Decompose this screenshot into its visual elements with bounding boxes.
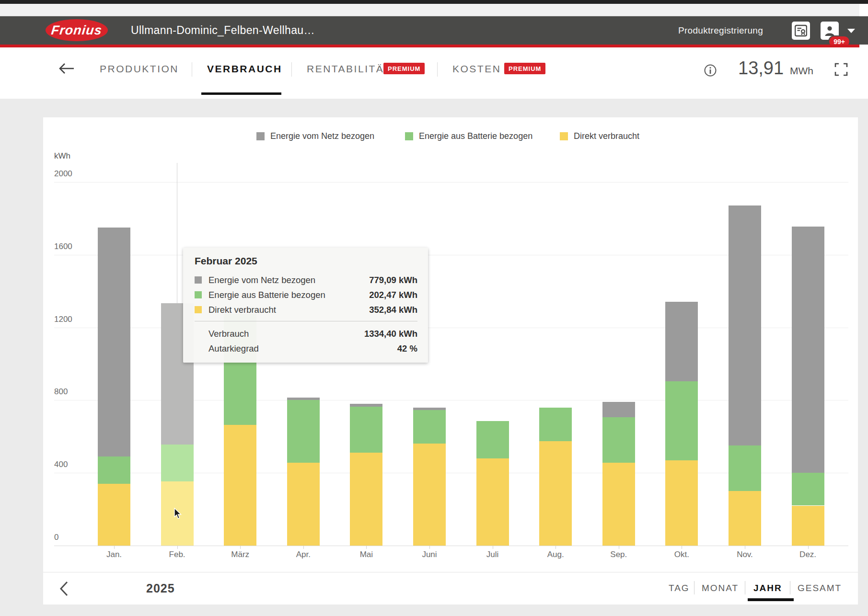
range-tab-tag[interactable]: TAG [669,583,690,593]
tooltip-swatch-green [195,291,202,298]
legend-swatch-yellow [560,132,568,140]
x-tick [493,546,493,549]
product-registration-link[interactable]: Produktregistrierung [678,16,763,45]
bar-Nov-direkt[interactable] [729,491,761,546]
premium-badge-rentabilitaet: PREMIUM [383,63,425,74]
legend-item-netz: Energie vom Netz bezogen [256,131,374,141]
tab-rentabilitaet[interactable]: RENTABILITÄT [307,63,392,75]
fronius-solarweb-app: Fronius Ullmann-Dominic_Felben-Wellhau… … [0,0,868,616]
tooltip-row-value: 779,09 kWh [369,275,417,285]
bar-Mai-energie[interactable] [350,404,382,407]
x-axis-label-Aug: Aug. [536,550,575,559]
bar-Mai-direkt[interactable] [350,453,382,546]
bar-Feb-energie[interactable] [161,445,194,481]
bar-Mai-energie[interactable] [350,407,382,453]
range-separator [790,581,790,594]
range-separator [745,581,745,594]
tooltip-row-label: Energie aus Batterie bezogen [208,290,369,300]
total-consumption-unit: MWh [790,65,813,77]
bar-Juli-energie[interactable] [476,421,509,458]
range-tab-gesamt[interactable]: GESAMT [798,583,842,593]
legend-label: Energie aus Batterie bezogen [419,131,532,141]
certificate-icon [795,24,807,37]
fullscreen-button[interactable] [834,62,848,79]
bar-Juni-energie[interactable] [413,410,446,444]
total-consumption-value: 13,91 [738,58,784,79]
tooltip-summary-value: 42 % [397,343,417,354]
tooltip-summary-label: Autarkiegrad [208,343,397,354]
previous-period-button[interactable] [58,581,69,599]
bar-Jan-direkt[interactable] [98,484,130,546]
tooltip-row-value: 352,84 kWh [369,305,417,315]
x-tick [429,546,430,549]
info-icon [704,64,717,77]
bar-Juni-energie[interactable] [413,408,446,411]
bar-Dez-energie[interactable] [792,473,824,505]
bar-Sep-direkt[interactable] [602,463,635,546]
bar-Jan-energie[interactable] [98,456,130,484]
tooltip-row-label: Direkt verbraucht [208,305,369,315]
x-axis-label-Jan: Jan. [95,550,133,559]
range-separator [694,581,694,594]
fullscreen-icon [834,62,848,77]
bar-Okt-direkt[interactable] [665,460,698,546]
legend-item-direkt: Direkt verbraucht [560,131,639,141]
bar-Apr-direkt[interactable] [287,463,320,546]
bar-Aug-direkt[interactable] [539,441,572,546]
tooltip-summary-verbrauch: Verbrauch 1334,40 kWh [195,326,417,341]
premium-badge-kosten: PREMIUM [504,63,545,74]
bar-März-direkt[interactable] [224,425,256,546]
tooltip-row-value: 202,47 kWh [369,290,417,300]
y-tick-label: 1200 [54,315,72,324]
bar-Juli-direkt[interactable] [476,458,509,546]
bar-Apr-energie[interactable] [287,398,320,400]
range-tab-jahr[interactable]: JAHR [753,583,782,593]
tooltip-title: Februar 2025 [195,255,417,267]
browser-scrollbar-strip[interactable] [0,4,868,16]
bar-Okt-energie[interactable] [665,302,698,381]
tooltip-row-batterie: Energie aus Batterie bezogen 202,47 kWh [195,287,417,302]
tab-separator [437,62,438,77]
bar-Juni-direkt[interactable] [413,444,446,546]
back-button[interactable] [58,62,75,77]
account-dropdown-caret-icon[interactable] [847,29,855,33]
x-axis-label-Sep: Sep. [600,550,638,559]
x-axis-label-Nov: Nov. [726,550,764,559]
product-registration-icon[interactable] [792,22,810,40]
tooltip-swatch-yellow [195,306,202,313]
range-tab-monat[interactable]: MONAT [702,583,739,593]
x-tick [808,546,809,549]
x-axis-label-Feb: Feb. [158,550,197,559]
bar-Aug-energie[interactable] [539,408,572,441]
x-axis-label-Mai: Mai [347,550,385,559]
legend-item-batterie: Energie aus Batterie bezogen [405,131,532,141]
legend-label: Direkt verbraucht [574,131,639,141]
fronius-logo[interactable]: Fronius [46,19,108,41]
tab-produktion[interactable]: PRODUKTION [100,63,179,75]
bar-Dez-energie[interactable] [792,227,824,473]
tab-kosten[interactable]: KOSTEN [452,63,501,75]
tooltip-swatch-gray [195,276,202,284]
y-tick-label: 400 [54,460,68,469]
y-tick-label: 800 [54,387,68,397]
tab-separator [291,62,292,77]
info-button[interactable] [704,64,717,79]
current-year-label: 2025 [146,582,175,595]
bar-Sep-energie[interactable] [602,417,635,463]
bar-Apr-energie[interactable] [287,400,320,463]
tab-verbrauch[interactable]: VERBRAUCH [207,63,282,75]
x-tick [240,546,241,549]
x-tick [114,546,115,549]
x-tick [556,546,556,549]
bar-Sep-energie[interactable] [602,402,635,417]
tooltip-row-direkt: Direkt verbraucht 352,84 kWh [195,302,417,317]
bar-Dez-direkt[interactable] [792,506,824,546]
bar-Nov-energie[interactable] [729,205,761,445]
tooltip-summary-value: 1334,40 kWh [364,329,417,339]
bar-Okt-energie[interactable] [665,381,698,460]
y-axis-unit-label: kWh [54,151,70,161]
bar-Jan-energie[interactable] [98,228,130,456]
x-tick [619,546,619,549]
x-tick [682,546,682,549]
bar-Nov-energie[interactable] [729,445,761,491]
